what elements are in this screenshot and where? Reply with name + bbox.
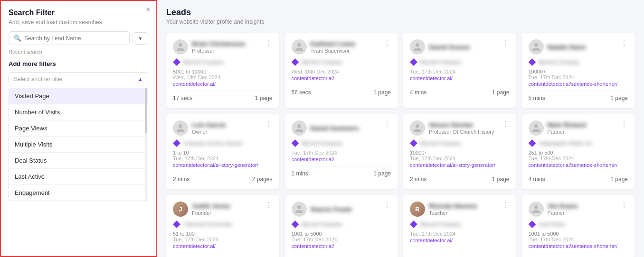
- search-input-wrap[interactable]: 🔍: [9, 31, 130, 45]
- card-menu-icon[interactable]: ⋮: [620, 202, 628, 209]
- card-link[interactable]: contentdetector.ai/: [410, 75, 510, 81]
- lead-card[interactable]: Jim Evans Partner ⋮ Inelo Rools 1001 to …: [522, 195, 635, 257]
- card-info: J Judith Jones Founder: [173, 202, 230, 217]
- filter-item-deal-status[interactable]: Deal Status: [9, 153, 148, 169]
- card-link[interactable]: contentdetector.ai/: [292, 75, 391, 81]
- company-name: Indianapolis Okelly Ltd: [539, 140, 592, 146]
- card-menu-icon[interactable]: ⋮: [383, 120, 391, 128]
- card-header: Steven Stocker Professor Of Church Histo…: [410, 120, 510, 136]
- card-menu-icon[interactable]: ⋮: [265, 120, 273, 128]
- avatar: [529, 39, 544, 55]
- card-link[interactable]: contentdetector.ai/: [292, 156, 391, 162]
- lead-name: Luis Garcia: [192, 121, 226, 128]
- card-link[interactable]: contentdetector.ai/: [292, 243, 391, 249]
- card-menu-icon[interactable]: ⋮: [502, 202, 510, 209]
- card-menu-icon[interactable]: ⋮: [502, 120, 510, 128]
- card-time: 17 secs: [173, 95, 192, 101]
- company-row: Blurred Company: [292, 139, 391, 147]
- search-icon: 🔍: [14, 35, 21, 42]
- card-date: Tue, 17th Dec 2024: [292, 237, 391, 242]
- card-footer: 5 mins 1 page: [529, 91, 628, 101]
- company-size: 10000+: [410, 150, 510, 156]
- card-link[interactable]: contentdetector.ai/ai-story-generator/: [173, 162, 273, 168]
- card-date: Wed, 18th Dec 2024: [292, 69, 391, 74]
- card-link[interactable]: contentdetector.ai/sentence-shortener/: [529, 81, 628, 87]
- lead-card[interactable]: Steven Stocker Professor Of Church Histo…: [403, 114, 516, 189]
- card-date: Tue, 17th Dec 2024: [410, 156, 510, 161]
- card-header: Natalie Davis ⋮: [529, 39, 628, 55]
- lead-card[interactable]: Kathleen Lewis Team Supervisor ⋮ Blurred…: [285, 33, 398, 108]
- company-icon: [173, 220, 180, 228]
- company-size: 51 to 100: [173, 231, 273, 237]
- lead-card[interactable]: Mark Rickard Partner ⋮ Indianapolis Okel…: [522, 114, 635, 189]
- page-title: Leads: [166, 8, 635, 18]
- card-link[interactable]: contentdetector.ai/sentence-shortener/: [529, 162, 628, 168]
- lead-card[interactable]: Daniel Graves ⋮ Blurred Company Tue, 17t…: [403, 33, 516, 108]
- lead-card[interactable]: Natalie Davis ⋮ Blurred Company 10000+ T…: [522, 33, 635, 108]
- filter-scrollbar-thumb: [145, 88, 147, 133]
- filter-item-visited-page[interactable]: Visited Page: [9, 88, 148, 104]
- lead-card[interactable]: Luis Garcia Owner ⋮ Colorado Country Par…: [166, 114, 279, 189]
- avatar: [529, 202, 544, 217]
- company-row: Blurred Company: [292, 58, 391, 66]
- card-link[interactable]: contentdetector.ai/: [173, 243, 273, 249]
- lead-card[interactable]: J Judith Jones Founder ⋮ J Blurred Commu…: [166, 195, 279, 257]
- company-name: Blurred Company: [302, 221, 343, 227]
- card-time: 2 mins: [410, 176, 426, 183]
- card-menu-icon[interactable]: ⋮: [383, 39, 391, 47]
- card-time: 1 mins: [292, 170, 308, 177]
- card-info: Kathleen Lewis Team Supervisor: [292, 39, 356, 55]
- lead-card[interactable]: R Rhonda Stevens Teacher ⋮ Blurred Compa…: [403, 195, 516, 257]
- filter-item-last-active[interactable]: Last Active: [9, 169, 148, 185]
- card-pages: 2 pages: [252, 176, 273, 183]
- card-info: Jim Evans Partner: [529, 202, 578, 217]
- close-button[interactable]: ✕: [145, 6, 151, 13]
- company-icon: [173, 58, 180, 66]
- company-icon: [173, 139, 180, 147]
- lead-name: Rhonda Stevens: [429, 202, 477, 210]
- company-icon: [292, 58, 299, 66]
- search-dropdown-button[interactable]: ▼: [133, 32, 148, 45]
- card-pages: 1 page: [610, 176, 628, 183]
- card-menu-icon[interactable]: ⋮: [502, 39, 510, 47]
- company-icon: [292, 139, 299, 147]
- filter-item-page-views[interactable]: Page Views: [9, 120, 148, 137]
- card-link[interactable]: contentdetector.ai/ai-story-generator/: [410, 162, 510, 168]
- lead-card[interactable]: Daniel Summers ⋮ Blurred Company Tue, 17…: [285, 114, 398, 189]
- company-icon: [529, 220, 536, 228]
- filter-item-number-of-visits[interactable]: Number of Visits: [9, 104, 148, 120]
- search-input[interactable]: [24, 35, 124, 42]
- card-info: Daniel Summers: [292, 120, 359, 136]
- card-pages: 1 page: [373, 89, 391, 96]
- card-link[interactable]: contentdetector.ai/: [173, 81, 273, 87]
- card-footer: 2 mins 2 pages: [173, 172, 273, 183]
- card-date: Tue, 17th Dec 2024: [292, 150, 391, 156]
- filter-list: Visited Page Number of Visits Page Views…: [9, 88, 148, 201]
- lead-name: Sharon Foster: [311, 206, 352, 213]
- filter-select-row[interactable]: Select another filter ▲: [9, 72, 148, 86]
- avatar: [292, 202, 307, 217]
- card-link[interactable]: contentdetector.ai/: [410, 238, 510, 243]
- company-size: 10000+: [529, 69, 628, 74]
- card-header: Jim Evans Partner ⋮: [529, 202, 628, 217]
- search-row: 🔍 ▼: [9, 31, 148, 45]
- filter-item-engagement[interactable]: Engagement: [9, 185, 148, 201]
- card-date: Wed, 18th Dec 2024: [173, 74, 273, 80]
- company-icon: [410, 220, 417, 228]
- card-menu-icon[interactable]: ⋮: [383, 202, 391, 209]
- card-header: Sharon Foster ⋮: [292, 202, 391, 217]
- card-menu-icon[interactable]: ⋮: [265, 202, 273, 209]
- card-menu-icon[interactable]: ⋮: [265, 39, 273, 47]
- lead-card[interactable]: Sharon Foster ⋮ Blurred Company 1001 to …: [285, 195, 398, 257]
- company-name: Blurred Company: [420, 140, 461, 146]
- card-menu-icon[interactable]: ⋮: [620, 39, 628, 47]
- leads-grid: Brian Christenson Professor ⋮ Blurred Co…: [166, 33, 635, 257]
- card-time: 2 mins: [173, 176, 189, 183]
- card-menu-icon[interactable]: ⋮: [620, 120, 628, 128]
- lead-title: Professor Of Church History: [429, 129, 494, 135]
- lead-card[interactable]: Brian Christenson Professor ⋮ Blurred Co…: [166, 33, 279, 108]
- filter-item-multiple-visits[interactable]: Multiple Visits: [9, 137, 148, 153]
- card-link[interactable]: contentdetector.ai/sentence-shortener/: [529, 243, 628, 249]
- lead-name: Steven Stocker: [429, 121, 494, 128]
- company-row: Blurred Company: [173, 58, 273, 66]
